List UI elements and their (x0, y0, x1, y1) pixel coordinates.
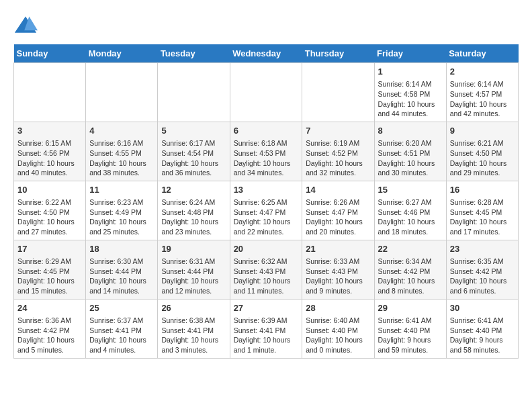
day-info: Sunrise: 6:41 AM (450, 316, 515, 326)
day-number: 29 (378, 302, 443, 314)
day-number: 16 (450, 184, 515, 196)
day-info: Daylight: 10 hours and 8 minutes. (378, 276, 443, 295)
day-info: Sunset: 4:57 PM (450, 89, 515, 99)
day-number: 3 (17, 125, 82, 137)
calendar-cell (14, 63, 86, 122)
day-info: Sunset: 4:48 PM (161, 208, 226, 218)
day-info: Sunrise: 6:24 AM (161, 197, 226, 208)
day-number: 20 (234, 243, 299, 255)
day-info: Sunrise: 6:28 AM (450, 197, 515, 208)
day-info: Daylight: 10 hours and 40 minutes. (17, 158, 82, 178)
day-info: Daylight: 10 hours and 36 minutes. (161, 158, 226, 178)
calendar-cell (230, 63, 302, 122)
day-info: Daylight: 10 hours and 20 minutes. (306, 217, 370, 236)
day-info: Sunrise: 6:37 AM (89, 316, 154, 326)
calendar-cell: 15Sunrise: 6:27 AMSunset: 4:46 PMDayligh… (374, 181, 446, 240)
day-number: 4 (89, 125, 154, 137)
day-info: Sunset: 4:50 PM (17, 208, 82, 218)
day-number: 5 (161, 125, 226, 137)
day-info: Sunrise: 6:40 AM (306, 316, 370, 326)
day-info: Sunset: 4:42 PM (450, 267, 515, 277)
day-info: Sunset: 4:44 PM (161, 267, 226, 277)
calendar-week-row: 3Sunrise: 6:15 AMSunset: 4:56 PMDaylight… (14, 122, 519, 181)
day-info: Sunrise: 6:39 AM (234, 316, 299, 326)
day-info: Sunset: 4:43 PM (306, 267, 370, 277)
day-info: Sunset: 4:45 PM (450, 208, 515, 218)
calendar-table: SundayMondayTuesdayWednesdayThursdayFrid… (13, 44, 519, 359)
day-info: Daylight: 10 hours and 27 minutes. (17, 217, 82, 236)
day-of-week-header: Saturday (446, 44, 518, 63)
day-of-week-header: Friday (374, 44, 446, 63)
calendar-cell: 8Sunrise: 6:20 AMSunset: 4:51 PMDaylight… (374, 122, 446, 181)
day-info: Sunset: 4:54 PM (161, 148, 226, 158)
calendar-cell: 7Sunrise: 6:19 AMSunset: 4:52 PMDaylight… (302, 122, 374, 181)
day-info: Sunset: 4:49 PM (89, 208, 154, 218)
day-info: Sunrise: 6:38 AM (161, 316, 226, 326)
day-number: 24 (17, 302, 82, 314)
day-number: 15 (378, 184, 443, 196)
calendar-cell: 30Sunrise: 6:41 AMSunset: 4:40 PMDayligh… (446, 299, 518, 358)
day-info: Sunrise: 6:27 AM (378, 197, 443, 208)
day-number: 6 (234, 125, 299, 137)
day-info: Sunset: 4:50 PM (450, 148, 515, 158)
calendar-cell: 25Sunrise: 6:37 AMSunset: 4:41 PMDayligh… (86, 299, 158, 358)
calendar-cell: 19Sunrise: 6:31 AMSunset: 4:44 PMDayligh… (158, 240, 230, 299)
day-info: Sunrise: 6:36 AM (17, 316, 82, 326)
day-info: Sunset: 4:42 PM (378, 267, 443, 277)
day-number: 18 (89, 243, 154, 255)
logo (13, 13, 42, 38)
calendar-cell: 6Sunrise: 6:18 AMSunset: 4:53 PMDaylight… (230, 122, 302, 181)
day-info: Sunset: 4:58 PM (378, 89, 443, 99)
calendar-cell: 9Sunrise: 6:21 AMSunset: 4:50 PMDaylight… (446, 122, 518, 181)
day-info: Sunset: 4:53 PM (234, 148, 299, 158)
day-info: Sunset: 4:47 PM (234, 208, 299, 218)
day-number: 12 (161, 184, 226, 196)
calendar-cell (302, 63, 374, 122)
calendar-cell (158, 63, 230, 122)
day-of-week-header: Sunday (14, 44, 86, 63)
day-info: Daylight: 10 hours and 9 minutes. (306, 276, 370, 295)
day-number: 8 (378, 125, 443, 137)
day-info: Sunset: 4:52 PM (306, 148, 370, 158)
day-info: Sunrise: 6:18 AM (234, 138, 299, 148)
calendar-cell: 1Sunrise: 6:14 AMSunset: 4:58 PMDaylight… (374, 63, 446, 122)
day-of-week-header: Thursday (302, 44, 374, 63)
day-info: Sunrise: 6:15 AM (17, 138, 82, 148)
day-info: Sunrise: 6:14 AM (450, 79, 515, 89)
page-header (13, 13, 519, 38)
calendar-cell: 11Sunrise: 6:23 AMSunset: 4:49 PMDayligh… (86, 181, 158, 240)
calendar-cell (86, 63, 158, 122)
day-number: 25 (89, 302, 154, 314)
day-number: 1 (378, 66, 443, 78)
day-info: Daylight: 10 hours and 4 minutes. (89, 335, 154, 355)
calendar-cell: 4Sunrise: 6:16 AMSunset: 4:55 PMDaylight… (86, 122, 158, 181)
day-info: Sunrise: 6:35 AM (450, 257, 515, 267)
day-info: Sunrise: 6:16 AM (89, 138, 154, 148)
day-info: Daylight: 10 hours and 3 minutes. (161, 335, 226, 355)
calendar-cell: 17Sunrise: 6:29 AMSunset: 4:45 PMDayligh… (14, 240, 86, 299)
calendar-cell: 26Sunrise: 6:38 AMSunset: 4:41 PMDayligh… (158, 299, 230, 358)
day-info: Sunrise: 6:30 AM (89, 257, 154, 267)
day-number: 14 (306, 184, 370, 196)
calendar-cell: 10Sunrise: 6:22 AMSunset: 4:50 PMDayligh… (14, 181, 86, 240)
calendar-cell: 12Sunrise: 6:24 AMSunset: 4:48 PMDayligh… (158, 181, 230, 240)
day-info: Sunset: 4:43 PM (234, 267, 299, 277)
day-info: Sunrise: 6:31 AM (161, 257, 226, 267)
day-info: Daylight: 10 hours and 11 minutes. (234, 276, 299, 295)
day-info: Daylight: 10 hours and 15 minutes. (17, 276, 82, 295)
day-info: Daylight: 10 hours and 44 minutes. (378, 99, 443, 119)
day-info: Sunset: 4:40 PM (378, 326, 443, 336)
day-info: Sunrise: 6:26 AM (306, 197, 370, 208)
calendar-cell: 28Sunrise: 6:40 AMSunset: 4:40 PMDayligh… (302, 299, 374, 358)
day-number: 7 (306, 125, 370, 137)
calendar-week-row: 10Sunrise: 6:22 AMSunset: 4:50 PMDayligh… (14, 181, 519, 240)
day-number: 2 (450, 66, 515, 78)
calendar-cell: 13Sunrise: 6:25 AMSunset: 4:47 PMDayligh… (230, 181, 302, 240)
day-info: Sunset: 4:41 PM (89, 326, 154, 336)
day-info: Daylight: 9 hours and 59 minutes. (378, 335, 443, 355)
calendar-cell: 22Sunrise: 6:34 AMSunset: 4:42 PMDayligh… (374, 240, 446, 299)
day-info: Daylight: 10 hours and 22 minutes. (234, 217, 299, 236)
day-number: 13 (234, 184, 299, 196)
day-info: Daylight: 10 hours and 38 minutes. (89, 158, 154, 178)
day-info: Daylight: 10 hours and 5 minutes. (17, 335, 82, 355)
